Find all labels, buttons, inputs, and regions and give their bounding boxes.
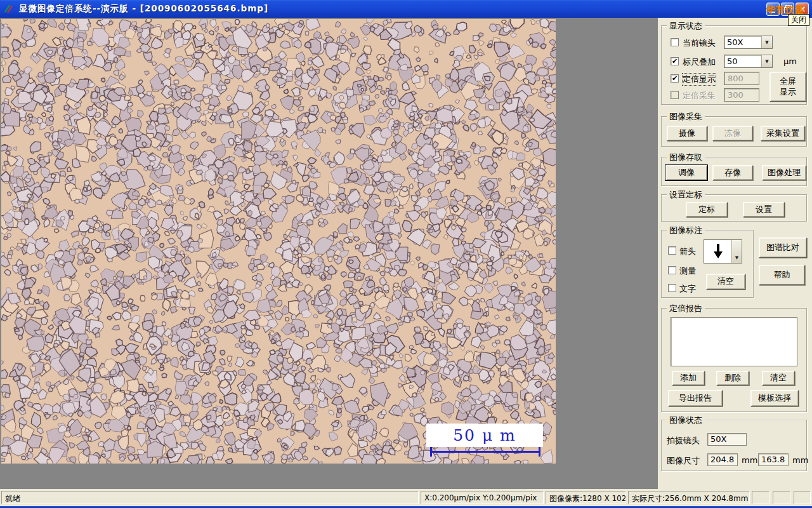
report-delete-button[interactable]: 删除 xyxy=(716,371,749,385)
window-title: 显微图像定倍系统--演示版 - [20090602055646.bmp] xyxy=(19,3,268,15)
status-bar: 就绪 X:0.200μm/pix Y:0.200μm/pix 图像像素:1280… xyxy=(0,489,812,506)
template-select-button[interactable]: 模板选择 xyxy=(750,390,799,406)
micrograph-view[interactable]: 50 μ m xyxy=(1,19,556,464)
field-image-width[interactable]: 204.8 xyxy=(707,453,738,466)
status-empty-panel xyxy=(773,491,790,504)
group-storage: 图像存取 调像 存像 图像处理 xyxy=(661,157,807,186)
workspace-background: 50 μ m xyxy=(0,18,658,489)
arrow-down-icon xyxy=(704,240,731,263)
control-panel: 显示状态 当前镜头 50X ▼ ✔ 标尺叠加 50 ▼ μm ✔ 定倍显示 80… xyxy=(658,18,812,489)
status-pixel-scale: X:0.200μm/pix Y:0.200μm/pix xyxy=(421,491,544,504)
freeze-button: 冻像 xyxy=(712,126,753,141)
label-width-unit: mm xyxy=(742,455,757,465)
capture-settings-button[interactable]: 采集设置 xyxy=(761,126,805,141)
arrow-style-combo[interactable]: ▼ xyxy=(704,239,742,264)
group-image-status: 图像状态 拍摄镜头 50X 图像尺寸 204.8 mm 163.8 mm xyxy=(661,420,807,471)
save-image-button[interactable]: 存像 xyxy=(712,165,753,180)
micrograph-canvas[interactable] xyxy=(1,19,556,464)
combo-current-lens-value: 50X xyxy=(724,36,761,48)
status-actual-size: 实际尺寸:256.0mm X 204.8mm xyxy=(628,491,750,504)
scale-bar-label: 50 μ m xyxy=(453,426,516,444)
atlas-compare-button[interactable]: 图谱比对 xyxy=(759,237,807,258)
combo-scale-value-text: 50 xyxy=(724,55,761,67)
group-annotation: 图像标注 箭头 测量 文字 ▼ 清空 xyxy=(661,230,754,298)
checkbox-measure[interactable] xyxy=(668,266,676,274)
chevron-down-icon[interactable]: ▼ xyxy=(761,55,772,67)
group-report: 定倍报告 添加 删除 清空 导出报告 模板选择 xyxy=(661,308,807,412)
group-display-status-legend: 显示状态 xyxy=(667,20,705,32)
image-process-button[interactable]: 图像处理 xyxy=(762,165,806,180)
group-report-legend: 定倍报告 xyxy=(667,303,705,314)
calibrate-button[interactable]: 定标 xyxy=(686,202,728,217)
label-fixed-capture: 定倍采集 xyxy=(683,90,716,102)
scale-bar-overlay: 50 μ m xyxy=(426,424,543,447)
label-scale-overlay: 标尺叠加 xyxy=(683,57,716,68)
group-display-status: 显示状态 当前镜头 50X ▼ ✔ 标尺叠加 50 ▼ μm ✔ 定倍显示 80… xyxy=(661,25,807,105)
checkbox-scale-overlay[interactable]: ✔ xyxy=(671,57,679,65)
report-listbox[interactable] xyxy=(671,317,797,366)
checkbox-fixed-display[interactable]: ✔ xyxy=(671,74,679,83)
shoot-button[interactable]: 摄像 xyxy=(667,126,707,141)
checkbox-current-lens[interactable] xyxy=(671,38,679,46)
label-height-unit: mm xyxy=(792,455,808,465)
scale-bar-tick-right xyxy=(539,447,540,457)
fullscreen-button[interactable]: 全屏 显示 xyxy=(769,72,806,102)
input-fixed-display: 800 xyxy=(724,72,759,85)
close-tooltip: 关闭 xyxy=(788,14,809,26)
label-shooting-lens: 拍摄镜头 xyxy=(667,435,700,446)
chevron-down-icon[interactable]: ▼ xyxy=(731,240,742,263)
checkbox-arrow[interactable] xyxy=(668,246,676,255)
calibration-setup-button[interactable]: 设置 xyxy=(743,202,785,217)
status-empty-panel xyxy=(752,491,769,504)
status-ready: 就绪 xyxy=(1,491,419,504)
scale-bar-tick-left xyxy=(430,447,432,457)
title-bar[interactable]: 显微图像定倍系统--演示版 - [20090602055646.bmp] × 华… xyxy=(0,0,812,18)
group-annotation-legend: 图像标注 xyxy=(667,225,705,236)
combo-scale-value[interactable]: 50 ▼ xyxy=(724,55,773,68)
field-image-height[interactable]: 163.8 xyxy=(758,453,789,466)
checkbox-fixed-capture xyxy=(671,91,679,99)
fullscreen-button-line1: 全屏 xyxy=(780,76,796,86)
label-image-size: 图像尺寸 xyxy=(667,455,700,467)
group-image-status-legend: 图像状态 xyxy=(667,415,705,426)
label-measure: 测量 xyxy=(679,265,696,277)
fullscreen-button-line2: 显示 xyxy=(780,87,796,97)
label-arrow: 箭头 xyxy=(679,246,696,257)
export-report-button[interactable]: 导出报告 xyxy=(668,390,723,406)
group-calibration: 设置定标 定标 设置 xyxy=(661,194,807,222)
scale-bar-line xyxy=(430,451,540,453)
load-image-button[interactable]: 调像 xyxy=(665,165,707,180)
label-scale-unit: μm xyxy=(783,57,797,66)
group-calibration-legend: 设置定标 xyxy=(667,189,705,201)
help-button[interactable]: 帮助 xyxy=(759,265,805,285)
chevron-down-icon[interactable]: ▼ xyxy=(761,36,772,48)
label-current-lens: 当前镜头 xyxy=(683,37,716,49)
annotation-clear-button[interactable]: 清空 xyxy=(706,274,745,290)
group-capture: 图像采集 摄像 冻像 采集设置 xyxy=(661,116,807,147)
field-shooting-lens[interactable]: 50X xyxy=(707,433,747,446)
label-text: 文字 xyxy=(679,283,696,295)
label-fixed-display: 定倍显示 xyxy=(683,74,716,85)
report-clear-button[interactable]: 清空 xyxy=(762,371,795,385)
group-storage-legend: 图像存取 xyxy=(667,152,705,163)
input-fixed-capture: 300 xyxy=(724,88,759,102)
status-image-pixels: 图像像素:1280 X 1024 xyxy=(546,491,626,504)
checkbox-text[interactable] xyxy=(668,284,676,292)
combo-current-lens[interactable]: 50X ▼ xyxy=(724,36,773,49)
application-window: 显微图像定倍系统--演示版 - [20090602055646.bmp] × 华… xyxy=(0,0,812,508)
group-capture-legend: 图像采集 xyxy=(667,111,705,123)
report-add-button[interactable]: 添加 xyxy=(672,371,705,385)
app-icon xyxy=(4,3,15,15)
status-empty-panel xyxy=(794,491,811,504)
